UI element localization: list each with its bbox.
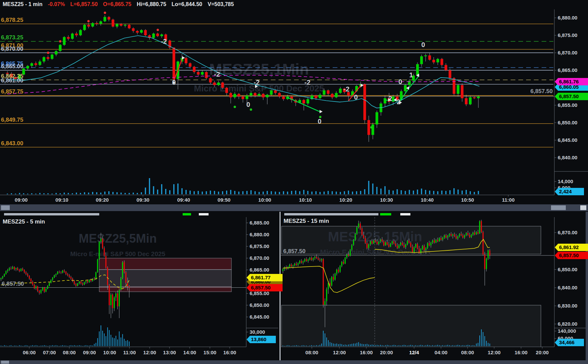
- volume-bar: [104, 333, 105, 346]
- volume-bar: [399, 345, 399, 346]
- volume-bar: [128, 193, 130, 194]
- volume-bar: [169, 190, 171, 194]
- sell-signal-dot: [157, 29, 159, 31]
- candle-body: [90, 280, 91, 281]
- candle-body: [292, 266, 293, 267]
- candle-body: [454, 234, 455, 236]
- volume-bar: [341, 344, 342, 346]
- candle-body: [109, 285, 110, 306]
- candle-body: [385, 242, 386, 246]
- volume-bar: [137, 193, 138, 194]
- volume-bar: [436, 345, 436, 346]
- candle-body: [69, 275, 70, 277]
- signal-label: 2: [397, 98, 400, 106]
- candle-body: [338, 270, 339, 272]
- candle-body: [487, 250, 488, 258]
- candle-body: [213, 82, 216, 85]
- candle-body: [116, 24, 118, 27]
- volume-bar: [323, 331, 324, 346]
- signal-label: 0: [172, 79, 176, 86]
- volume-bar: [340, 344, 340, 346]
- volume-bar: [325, 333, 325, 346]
- volume-bar: [345, 345, 345, 346]
- volume-bar: [413, 191, 414, 194]
- candle-body: [266, 95, 268, 97]
- candle-body: [410, 243, 411, 247]
- volume-bar: [88, 193, 89, 194]
- volume-bar: [429, 191, 431, 194]
- candle-body: [471, 235, 472, 237]
- volume-bar: [62, 345, 63, 346]
- candle-body: [62, 271, 63, 273]
- volume-bar: [90, 345, 91, 346]
- volume-bar: [271, 191, 272, 194]
- candle-body: [91, 23, 94, 27]
- volume-bar: [376, 187, 378, 194]
- candle-body: [420, 249, 421, 253]
- volume-bar: [149, 178, 150, 194]
- volume-bar: [445, 191, 447, 194]
- volume-bar: [392, 345, 393, 346]
- candle-body: [331, 94, 334, 97]
- volume-bar: [127, 340, 128, 346]
- candle-body: [424, 55, 427, 56]
- signal-label: 0: [246, 101, 250, 108]
- volume-bar: [483, 332, 483, 346]
- candle-body: [481, 221, 482, 232]
- volume-bar: [299, 191, 300, 194]
- candle-body: [124, 262, 125, 272]
- candle-body: [67, 37, 70, 39]
- five-zone-box: [99, 258, 231, 270]
- candle-body: [51, 54, 53, 59]
- five-watermark: MESZ25,5Min: [79, 232, 157, 245]
- candle-body: [39, 62, 41, 65]
- candle-body: [371, 241, 372, 244]
- volume-bar: [77, 346, 78, 346]
- candle-body: [476, 232, 477, 235]
- candle-body: [462, 235, 463, 238]
- volume-bar: [449, 190, 451, 194]
- volume-bar: [425, 190, 426, 194]
- candle-body: [331, 277, 332, 286]
- candle-body: [469, 235, 470, 237]
- candle-body: [56, 274, 57, 275]
- volume-bar: [68, 193, 69, 194]
- buy-signal-dot: [370, 126, 373, 129]
- candle-body: [258, 94, 260, 95]
- candle-body: [395, 244, 396, 246]
- volume-bar: [328, 191, 329, 194]
- signal-label: -2: [304, 79, 310, 86]
- volume-bar: [255, 191, 256, 194]
- candle-body: [327, 90, 330, 94]
- buy-signal-dot: [250, 109, 252, 111]
- volume-bar: [384, 186, 386, 194]
- volume-bar: [348, 191, 349, 194]
- volume-bar: [360, 343, 361, 346]
- volume-bar: [456, 345, 456, 346]
- volume-bar: [352, 192, 353, 194]
- candle-body: [371, 124, 374, 135]
- candle-body: [344, 258, 345, 264]
- candle-body: [323, 90, 325, 95]
- volume-bar: [60, 193, 61, 194]
- candle-body: [70, 277, 71, 279]
- candle-body: [442, 238, 443, 240]
- trade-arrow-icon: [320, 110, 323, 113]
- signal-label: -2: [343, 85, 350, 93]
- volume-bar: [32, 345, 33, 346]
- charts-canvas[interactable]: MESZ25,1MinMicro E-mini S&P 500 Dec 2025…: [0, 0, 588, 364]
- candle-body: [343, 262, 344, 264]
- candle-body: [49, 283, 50, 286]
- volume-bar: [92, 346, 93, 346]
- candle-body: [26, 272, 27, 274]
- candle-body: [297, 263, 298, 265]
- volume-bar: [59, 346, 60, 346]
- candle-body: [82, 283, 83, 285]
- candle-body: [302, 100, 305, 103]
- candle-body: [274, 90, 277, 93]
- candle-body: [42, 288, 43, 290]
- candle-body: [356, 227, 357, 234]
- volume-bar: [117, 339, 118, 346]
- volume-bar: [9, 346, 10, 346]
- candle-body: [469, 97, 472, 105]
